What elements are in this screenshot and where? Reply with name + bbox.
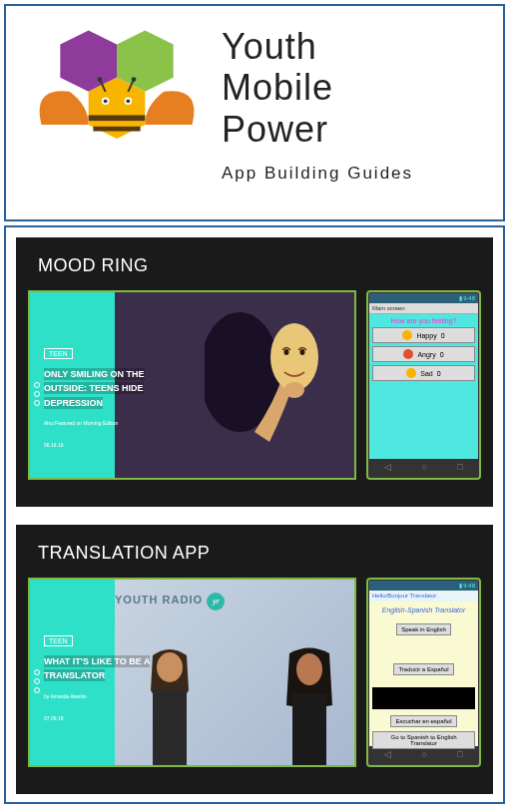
category-badge: TEEN (44, 635, 73, 646)
logo-area (12, 16, 222, 196)
svg-point-22 (296, 653, 322, 685)
translator-title: English-Spanish Translator (372, 607, 475, 613)
recent-icon[interactable]: □ (457, 749, 462, 759)
category-badge: TEEN (44, 348, 73, 359)
svg-point-17 (284, 382, 304, 398)
svg-point-8 (126, 99, 130, 103)
svg-point-16 (300, 349, 305, 355)
phone-statusbar: ▮ 9:48 (369, 293, 478, 303)
svg-rect-3 (89, 115, 146, 121)
phone-statusbar: ▮ 9:48 (369, 581, 478, 591)
share-icons (34, 382, 40, 409)
article-date: 07.09.18 (44, 715, 174, 721)
svg-rect-4 (93, 127, 140, 132)
phone-mockup-translation: ▮ 9:48 Hello/Bonjour Translator English-… (366, 578, 481, 767)
app-inventor-bee-logo-icon (22, 21, 212, 191)
back-icon[interactable]: ◁ (384, 462, 391, 472)
mood-row-angry[interactable]: Angry 0 (372, 346, 475, 362)
phone-screen: How are you feeling? Happy 0 Angry 0 Sad… (369, 314, 478, 459)
listen-spanish-button[interactable]: Escuchar en español (390, 715, 456, 727)
output-area (372, 687, 475, 709)
article-card-mood[interactable]: TEEN ONLY SMILING ON THE OUTSIDE: TEENS … (28, 290, 356, 480)
phone-nav-bar: ◁ ○ □ (369, 459, 478, 475)
page-subtitle: App Building Guides (222, 164, 497, 184)
svg-point-12 (132, 77, 137, 82)
header-frame: Youth Mobile Power App Building Guides (4, 4, 505, 221)
article-headline: ONLY SMILING ON THE OUTSIDE: TEENS HIDE … (44, 367, 174, 410)
section-translation: TRANSLATION APP YOUTH RADIO yr (16, 525, 493, 794)
share-icons (34, 669, 40, 696)
card-text-overlay: TEEN ONLY SMILING ON THE OUTSIDE: TEENS … (44, 342, 174, 448)
sad-emoji-icon (406, 368, 416, 378)
mood-row-sad[interactable]: Sad 0 (372, 365, 475, 381)
yr-logo-icon: yr (207, 593, 225, 610)
section-title: MOOD RING (38, 255, 481, 276)
article-headline: WHAT IT'S LIKE TO BE A TRANSLATOR (44, 654, 174, 683)
mood-row-happy[interactable]: Happy 0 (372, 327, 475, 343)
phone-nav-bar: ◁ ○ □ (369, 746, 478, 762)
phone-actionbar: Hello/Bonjour Translator (369, 591, 478, 602)
phone-actionbar: Main screen (369, 303, 478, 314)
section-title: TRANSLATION APP (38, 543, 481, 564)
svg-point-14 (270, 323, 318, 391)
page-title: Youth Mobile Power (222, 26, 497, 150)
content-frame: MOOD RING (4, 225, 505, 804)
svg-point-10 (98, 77, 103, 82)
mask-illustration-icon (205, 302, 334, 462)
article-meta: Also Featured on Morning Edition (44, 420, 174, 426)
back-icon[interactable]: ◁ (384, 749, 391, 759)
article-card-translation[interactable]: YOUTH RADIO yr (28, 578, 356, 767)
article-byline: by Amanda Akanlin (44, 693, 174, 699)
happy-emoji-icon (402, 330, 412, 340)
phone-screen: English-Spanish Translator Speak in Engl… (369, 602, 478, 746)
svg-point-15 (284, 349, 289, 355)
speak-english-button[interactable]: Speak in English (396, 623, 451, 635)
phone-mockup-mood: ▮ 9:48 Main screen How are you feeling? … (366, 290, 481, 480)
section-mood-ring: MOOD RING (16, 237, 493, 507)
title-area: Youth Mobile Power App Building Guides (222, 16, 497, 184)
card-text-overlay: TEEN WHAT IT'S LIKE TO BE A TRANSLATOR b… (44, 629, 174, 721)
youth-radio-watermark: YOUTH RADIO yr (115, 590, 225, 610)
svg-rect-23 (292, 693, 326, 765)
translate-spanish-button[interactable]: Traducir a Español (393, 663, 453, 675)
article-date: 06.16.16 (44, 442, 174, 448)
angry-emoji-icon (403, 349, 413, 359)
mood-prompt: How are you feeling? (372, 317, 475, 324)
home-icon[interactable]: ○ (422, 749, 427, 759)
person2-icon (274, 645, 344, 765)
svg-point-6 (104, 99, 108, 103)
switch-translator-button[interactable]: Go to Spanish to English Translator (372, 731, 475, 749)
home-icon[interactable]: ○ (422, 462, 427, 472)
recent-icon[interactable]: □ (457, 462, 462, 472)
